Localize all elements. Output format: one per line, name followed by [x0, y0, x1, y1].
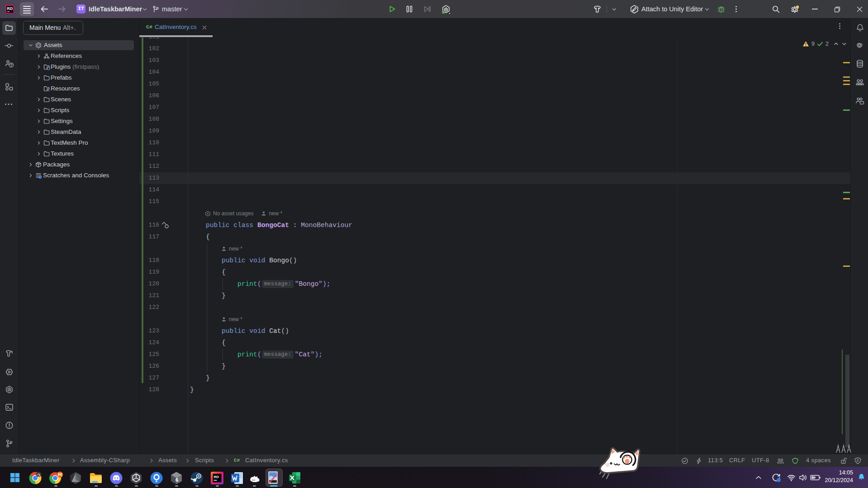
- svg-text:6: 6: [175, 477, 178, 483]
- svg-text:RD: RD: [214, 475, 219, 479]
